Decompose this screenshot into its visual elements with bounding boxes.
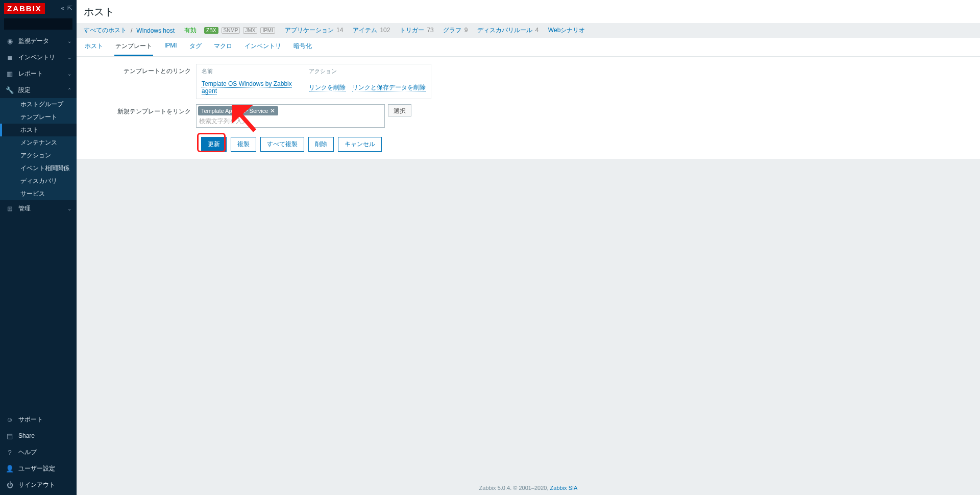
logo: ZABBIX xyxy=(4,3,45,14)
button-row: 更新 複製 すべて複製 削除 キャンセル xyxy=(201,137,973,152)
col-action: アクション xyxy=(304,64,431,79)
delete-button[interactable]: 削除 xyxy=(308,137,334,152)
remove-tag-icon[interactable]: ✕ xyxy=(270,107,275,114)
link-applications[interactable]: アプリケーション 14 xyxy=(285,26,344,35)
full-clone-button[interactable]: すべて複製 xyxy=(260,137,304,152)
support-icon: ☺ xyxy=(5,416,14,423)
breadcrumb-sep: / xyxy=(131,27,132,34)
chevron-down-icon: ⌄ xyxy=(67,206,71,211)
badge-jmx: JMX xyxy=(243,27,257,34)
cancel-button[interactable]: キャンセル xyxy=(338,137,382,152)
subnav-maintenance[interactable]: メンテナンス xyxy=(0,136,77,149)
nav-support[interactable]: ☺ サポート xyxy=(0,411,77,428)
unlink-clear-link[interactable]: リンクと保存データを削除 xyxy=(352,84,426,91)
multiselect-tag-label: Template App NTP Service xyxy=(201,108,268,114)
nav-reports-label: レポート xyxy=(18,69,67,78)
link-triggers[interactable]: トリガー 73 xyxy=(400,26,434,35)
status-enabled: 有効 xyxy=(184,26,197,35)
tab-macros[interactable]: マクロ xyxy=(213,38,233,56)
nav-signout[interactable]: ⏻ サインアウト xyxy=(0,477,77,493)
nav-monitoring-label: 監視データ xyxy=(18,37,67,45)
linked-template-link[interactable]: Template OS Windows by Zabbix agent xyxy=(202,80,292,95)
chevron-up-icon: ⌃ xyxy=(67,87,71,93)
nav-monitoring[interactable]: ◉ 監視データ ⌄ xyxy=(0,33,77,49)
help-icon: ? xyxy=(5,449,14,456)
nav-user-settings-label: ユーザー設定 xyxy=(18,464,71,473)
badge-ipmi: IPMI xyxy=(260,27,275,34)
link-items[interactable]: アイテム 102 xyxy=(353,26,390,35)
popout-icon[interactable]: ⇱ xyxy=(67,5,72,12)
user-icon: 👤 xyxy=(5,465,14,473)
form-area: テンプレートとのリンク 名前 アクション Template OS Windows… xyxy=(77,57,980,159)
page-title: ホスト xyxy=(77,0,980,23)
collapse-icon[interactable]: « xyxy=(61,5,64,12)
chevron-down-icon: ⌄ xyxy=(67,38,71,44)
breadcrumb-host[interactable]: Windows host xyxy=(136,27,175,34)
subnav-discovery[interactable]: ディスカバリ xyxy=(0,175,77,187)
nav-help-label: ヘルプ xyxy=(18,448,71,457)
table-row: Template OS Windows by Zabbix agent リンクを… xyxy=(197,78,431,99)
label-linked-templates: テンプレートとのリンク xyxy=(84,64,196,76)
nav-signout-label: サインアウト xyxy=(18,481,71,489)
linked-templates-table: 名前 アクション Template OS Windows by Zabbix a… xyxy=(196,64,431,99)
context-bar: すべてのホスト / Windows host 有効 ZBX SNMP JMX I… xyxy=(77,23,980,38)
nav-share[interactable]: ▤ Share xyxy=(0,428,77,444)
nav-configuration-label: 設定 xyxy=(18,86,67,95)
link-discovery[interactable]: ディスカバリルール 4 xyxy=(477,26,538,35)
sidebar-header: ZABBIX « ⇱ xyxy=(0,0,77,16)
chevron-down-icon: ⌄ xyxy=(67,55,71,60)
nav-configuration[interactable]: 🔧 設定 ⌃ xyxy=(0,82,77,98)
eye-icon: ◉ xyxy=(5,37,14,45)
tab-tags[interactable]: タグ xyxy=(188,38,203,56)
footer-link[interactable]: Zabbix SIA xyxy=(550,485,578,491)
search-input[interactable] xyxy=(7,20,84,28)
nav-administration-label: 管理 xyxy=(18,204,67,213)
subnav-event-correlation[interactable]: イベント相関関係 xyxy=(0,162,77,175)
link-graphs[interactable]: グラフ 9 xyxy=(443,26,468,35)
nav-inventory-label: インベントリ xyxy=(18,53,67,62)
subnav-actions[interactable]: アクション xyxy=(0,149,77,162)
sidebar: ZABBIX « ⇱ ⌕ ◉ 監視データ ⌄ ≣ インベントリ ⌄ xyxy=(0,0,77,495)
share-icon: ▤ xyxy=(5,432,14,440)
unlink-link[interactable]: リンクを削除 xyxy=(309,84,346,91)
tab-inventory[interactable]: インベントリ xyxy=(243,38,282,56)
nav-support-label: サポート xyxy=(18,415,71,424)
nav-user-settings[interactable]: 👤 ユーザー設定 xyxy=(0,460,77,477)
nav-administration[interactable]: ⊞ 管理 ⌄ xyxy=(0,200,77,217)
badge-zbx: ZBX xyxy=(204,27,218,34)
tab-encryption[interactable]: 暗号化 xyxy=(292,38,313,56)
subnav-hostgroups[interactable]: ホストグループ xyxy=(0,98,77,111)
nav-share-label: Share xyxy=(18,432,71,439)
subnav-hosts[interactable]: ホスト xyxy=(0,124,77,136)
subnav-services[interactable]: サービス xyxy=(0,187,77,200)
main: ホスト すべてのホスト / Windows host 有効 ZBX SNMP J… xyxy=(77,0,980,495)
clone-button[interactable]: 複製 xyxy=(231,137,256,152)
gear-icon: ⊞ xyxy=(5,205,14,213)
update-button[interactable]: 更新 xyxy=(201,137,227,152)
list-icon: ≣ xyxy=(5,54,14,61)
chart-icon: ▥ xyxy=(5,70,14,78)
tab-ipmi[interactable]: IPMI xyxy=(163,38,178,56)
subnav-templates[interactable]: テンプレート xyxy=(0,111,77,124)
template-multiselect[interactable]: Template App NTP Service ✕ xyxy=(196,104,385,128)
nav-reports[interactable]: ▥ レポート ⌄ xyxy=(0,65,77,82)
nav-help[interactable]: ? ヘルプ xyxy=(0,444,77,460)
multiselect-tag: Template App NTP Service ✕ xyxy=(198,106,278,115)
link-web[interactable]: Webシナリオ xyxy=(548,26,585,35)
footer-text: Zabbix 5.0.4. © 2001–2020, xyxy=(479,485,550,491)
multiselect-input[interactable] xyxy=(198,115,383,126)
tabs: ホスト テンプレート IPMI タグ マクロ インベントリ 暗号化 xyxy=(77,38,980,57)
tab-templates[interactable]: テンプレート xyxy=(114,38,153,56)
label-link-new: 新規テンプレートをリンク xyxy=(84,104,196,116)
search-row: ⌕ xyxy=(0,16,77,33)
chevron-down-icon: ⌄ xyxy=(67,71,71,77)
tab-host[interactable]: ホスト xyxy=(84,38,104,56)
col-name: 名前 xyxy=(197,64,304,79)
nav-configuration-submenu: ホストグループ テンプレート ホスト メンテナンス アクション イベント相関関係… xyxy=(0,98,77,200)
power-icon: ⏻ xyxy=(5,481,14,489)
badge-snmp: SNMP xyxy=(222,27,240,34)
select-button[interactable]: 選択 xyxy=(388,104,411,116)
breadcrumb-all-hosts[interactable]: すべてのホスト xyxy=(84,26,127,35)
nav-inventory[interactable]: ≣ インベントリ ⌄ xyxy=(0,49,77,65)
footer: Zabbix 5.0.4. © 2001–2020, Zabbix SIA xyxy=(77,481,980,495)
